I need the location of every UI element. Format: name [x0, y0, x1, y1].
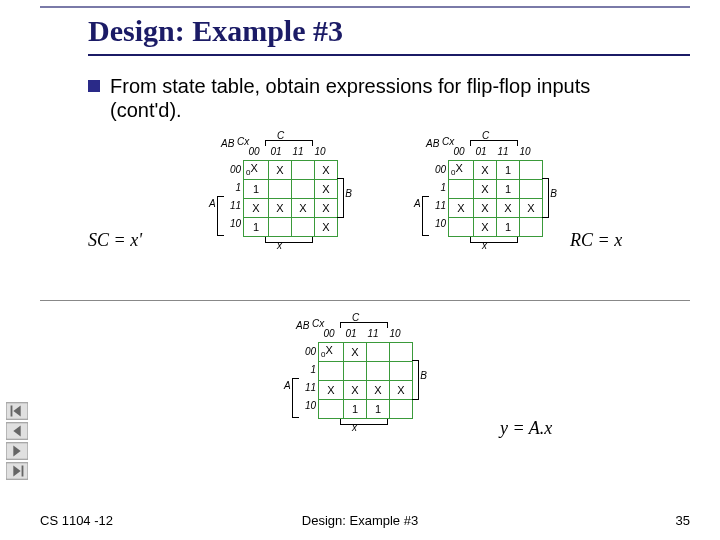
kmap-cell: 1 — [344, 400, 367, 419]
kmap-cell — [390, 362, 413, 381]
kmap-row-label: 1 — [432, 179, 446, 197]
kmap-col-label: 01 — [340, 328, 362, 339]
kmap-col-label: 11 — [287, 146, 309, 157]
kmap-cell: 1 — [367, 400, 390, 419]
kmap-row-label: 00 — [432, 161, 446, 179]
kmap-cell — [344, 362, 367, 381]
kmap-col-label: 11 — [362, 328, 384, 339]
kmap-cell — [520, 161, 543, 180]
kmap-cell: X — [315, 218, 338, 237]
kmap-row-label: 00 — [227, 161, 241, 179]
kmap-cell — [269, 218, 292, 237]
header-rule — [40, 6, 690, 8]
divider-rule — [40, 300, 690, 301]
kmap-col-label: 01 — [470, 146, 492, 157]
footer-page-number: 35 — [676, 513, 690, 528]
kmap-cell: 1 — [497, 161, 520, 180]
kmap-cell: 0X — [449, 161, 474, 180]
title-underline — [88, 54, 690, 56]
kmap-grid: 0XXX1XXXXX1X — [243, 160, 338, 237]
kmap-cell: X — [474, 180, 497, 199]
kmap-col-label: 10 — [384, 328, 406, 339]
kmap-col-labels: 00011110 — [243, 146, 331, 157]
kmap-col-label: 00 — [243, 146, 265, 157]
bullet-icon — [88, 80, 100, 92]
kmap-cell — [367, 343, 390, 362]
kmap-cell: X — [474, 161, 497, 180]
kmap-x-label: x — [482, 240, 487, 251]
equation-sc: SC = x' — [88, 230, 142, 251]
kmap-b-label: B — [550, 188, 557, 199]
kmap-cell: X — [497, 199, 520, 218]
kmap-row-label: 00 — [302, 343, 316, 361]
kmap-cell: X — [474, 218, 497, 237]
kmap-cell — [520, 180, 543, 199]
kmap-cell: 1 — [244, 180, 269, 199]
kmap-cell: 1 — [497, 218, 520, 237]
kmap-col-label: 11 — [492, 146, 514, 157]
kmap-row-label: 11 — [302, 379, 316, 397]
kmap-row-label: 1 — [227, 179, 241, 197]
kmap-cell: X — [390, 381, 413, 400]
kmap-row-labels: 0011110 — [227, 161, 241, 233]
kmap-cell — [520, 218, 543, 237]
kmap-cell — [292, 180, 315, 199]
nav-prev-icon[interactable] — [6, 422, 28, 440]
kmap-cell: X — [474, 199, 497, 218]
kmap-grid: 0XX1X1XXXXX1 — [448, 160, 543, 237]
kmap-cell — [449, 218, 474, 237]
nav-last-icon[interactable] — [6, 462, 28, 480]
kmap-y: AB Cx C 00011110 0011110 0XXXXXX11 A B x — [290, 330, 413, 419]
kmap-cell — [449, 180, 474, 199]
kmap-b-label: B — [345, 188, 352, 199]
kmap-col-label: 10 — [309, 146, 331, 157]
page-title: Design: Example #3 — [88, 14, 343, 48]
kmap-row-label: 1 — [302, 361, 316, 379]
equation-y: y = A.x — [500, 418, 552, 439]
kmap-row-label: 10 — [227, 215, 241, 233]
kmap-cell: X — [344, 343, 367, 362]
kmap-cell: X — [315, 180, 338, 199]
kmap-corner-label: AB — [426, 138, 439, 149]
kmap-grid: 0XXXXXX11 — [318, 342, 413, 419]
kmap-cell — [390, 400, 413, 419]
kmap-x-label: x — [277, 240, 282, 251]
kmap-corner-label: AB — [221, 138, 234, 149]
kmap-col-label: 01 — [265, 146, 287, 157]
lead-text: From state table, obtain expressions for… — [110, 74, 650, 122]
kmap-cell: X — [520, 199, 543, 218]
kmap-cell: X — [269, 161, 292, 180]
kmap-row-labels: 0011110 — [432, 161, 446, 233]
kmap-x-label: x — [352, 422, 357, 433]
kmap-col-labels: 00011110 — [318, 328, 406, 339]
nav-icon-stack — [6, 402, 28, 480]
svg-rect-5 — [22, 466, 24, 477]
footer-center: Design: Example #3 — [0, 513, 720, 528]
equation-rc: RC = x — [570, 230, 622, 251]
kmap-sc: AB Cx C 00011110 0011110 0XXX1XXXXX1X A … — [215, 148, 338, 237]
kmap-cell: X — [269, 199, 292, 218]
kmap-cell — [367, 362, 390, 381]
kmap-cell: X — [449, 199, 474, 218]
kmap-a-label: A — [209, 198, 216, 209]
kmap-a-label: A — [284, 380, 291, 391]
kmap-col-label: 10 — [514, 146, 536, 157]
nav-next-icon[interactable] — [6, 442, 28, 460]
kmap-row-labels: 0011110 — [302, 343, 316, 415]
kmap-cell: X — [315, 161, 338, 180]
kmap-cell — [390, 343, 413, 362]
svg-rect-1 — [11, 406, 13, 417]
kmap-cell — [292, 161, 315, 180]
kmap-cell: 1 — [244, 218, 269, 237]
kmap-row-label: 11 — [432, 197, 446, 215]
kmap-b-label: B — [420, 370, 427, 381]
kmap-col-label: 00 — [318, 328, 340, 339]
kmap-row-label: 11 — [227, 197, 241, 215]
kmap-cell: X — [315, 199, 338, 218]
kmap-col-label: 00 — [448, 146, 470, 157]
kmap-cell — [292, 218, 315, 237]
nav-first-icon[interactable] — [6, 402, 28, 420]
kmap-cell: 1 — [497, 180, 520, 199]
kmap-cell — [319, 400, 344, 419]
kmap-cell: 0X — [319, 343, 344, 362]
